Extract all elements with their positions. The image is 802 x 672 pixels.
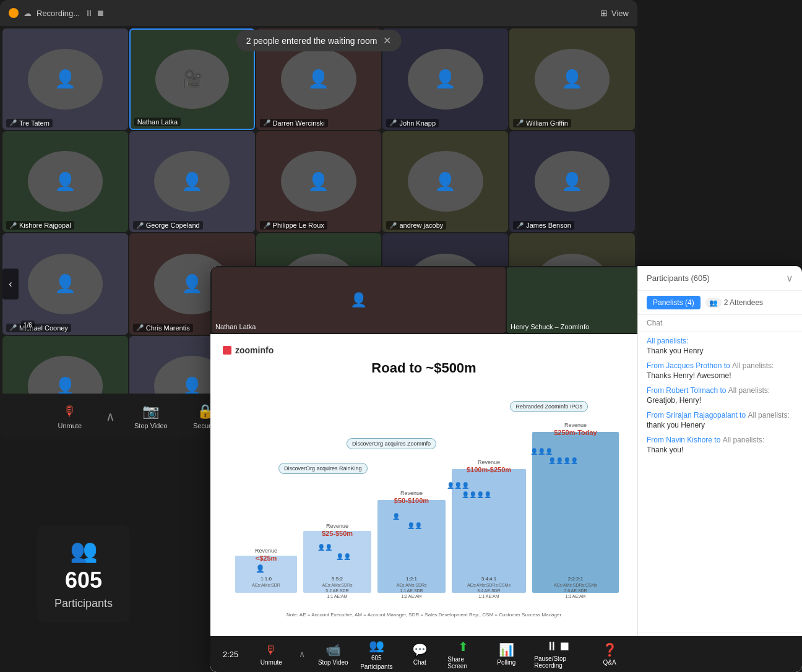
svg-text:5:2 AE:SDR: 5:2 AE:SDR — [326, 588, 348, 593]
recording-indicator — [9, 8, 19, 18]
pres-camera-icon: 📹 — [326, 642, 341, 657]
view-label[interactable]: View — [611, 9, 629, 18]
zoominfo-logo-dot — [223, 346, 231, 355]
pres-qa-label: Q&A — [603, 659, 616, 666]
chat-message-2: From Robert Tolmach to All panelists: Gr… — [647, 386, 793, 405]
panelists-btn[interactable]: Panelists (4) — [647, 296, 701, 309]
svg-text:3:4:4:1: 3:4:4:1 — [481, 576, 497, 582]
chat-messages-container: All panelists: Thank you Henry From Jacq… — [638, 332, 802, 632]
camera-icon: 📷 — [142, 403, 159, 420]
tile-label-william-griffin: 🎤 William Griffin — [513, 119, 571, 127]
video-tile-john-knapp: 👤 🎤 John Knapp — [382, 28, 508, 130]
pres-stop-video-btn[interactable]: 📹 Stop Video — [317, 642, 348, 666]
svg-text:AEs:AMs:SDRs: AEs:AMs:SDRs — [322, 583, 353, 587]
pres-unmute-label: Unmute — [261, 659, 282, 666]
tile-label-michael-cooney: 🎤 Michael Cooney — [6, 324, 71, 332]
tile-label-george-copeland: 🎤 George Copeland — [133, 221, 203, 230]
pres-chat-label: Chat — [413, 659, 426, 666]
stop-video-button[interactable]: 📷 Stop Video — [132, 403, 170, 429]
svg-text:2:2:2:1: 2:2:2:1 — [568, 576, 584, 582]
mute-icon-chris-marentis: 🎤 — [136, 324, 144, 331]
recording-controls[interactable]: ⏸ ⏹ — [85, 8, 105, 18]
svg-text:👤👤👤: 👤👤👤 — [447, 481, 470, 489]
staircase-chart: Revenue <$25m Revenue $25-$50m Revenue $… — [229, 395, 631, 605]
chat-message-4: From Navin Kishore to All panelists: Tha… — [647, 436, 793, 454]
svg-text:$50-$100m: $50-$100m — [394, 497, 429, 504]
tile-label-james-benson: 🎤 James Benson — [513, 221, 574, 230]
mute-icon-james-benson: 🎤 — [516, 222, 524, 229]
chat-from-4: From Navin Kishore to All panelists: — [647, 436, 793, 444]
svg-text:1:1 AE:AM: 1:1 AE:AM — [478, 594, 499, 598]
slide-logo-text: zoominfo — [235, 345, 274, 355]
avatar-william-griffin: 👤 — [535, 49, 610, 110]
pres-share-screen-label: Share Screen — [447, 656, 478, 670]
grid-view-icon[interactable]: ⊞ — [600, 8, 608, 18]
video-tile-andrew-jacoby: 👤 🎤 andrew jacoby — [382, 131, 508, 233]
svg-text:AEs:AMs:SDRs:CSMs: AEs:AMs:SDRs:CSMs — [467, 583, 511, 587]
mute-icon-tre-tatem: 🎤 — [9, 119, 17, 126]
mute-icon-john-knapp: 🎤 — [389, 119, 397, 126]
panel-collapse-btn[interactable]: ∨ — [786, 272, 793, 284]
chat-panel: Participants (605) ∨ Panelists (4) 👥 2 A… — [637, 266, 802, 672]
svg-text:👤👤👤: 👤👤👤 — [530, 447, 553, 455]
pres-participants-count: 605 — [371, 655, 382, 661]
chat-text-1: Thanks Henry! Awesome! — [647, 371, 793, 380]
pres-polling-btn[interactable]: 📊 Polling — [491, 642, 522, 666]
top-bar-right: ⊞ View — [600, 8, 629, 18]
participants-number: 605 — [65, 567, 102, 593]
svg-text:Revenue: Revenue — [400, 490, 423, 496]
avatar-darren-wercinski: 👤 — [281, 49, 356, 110]
svg-text:5:5:2: 5:5:2 — [332, 576, 343, 582]
svg-text:1:2 AE:AM: 1:2 AE:AM — [401, 594, 421, 598]
pres-chat-btn[interactable]: 💬 Chat — [404, 642, 435, 666]
attendees-btn[interactable]: 👥 2 Attendees — [705, 298, 763, 308]
svg-text:1:1 AE:AM: 1:1 AE:AM — [327, 594, 347, 598]
video-tile-michael-cooney: ‹ 👤 🎤 Michael Cooney 1/6 — [2, 233, 128, 335]
avatar-tre-tatem: 👤 — [28, 49, 103, 110]
pres-qa-btn[interactable]: ❓ Q&A — [594, 642, 625, 666]
speaker-tile-nathan-latka: 👤 Nathan Latka — [212, 267, 506, 333]
svg-text:👤👤👤👤: 👤👤👤👤 — [462, 491, 492, 499]
tile-label-john-knapp: 🎤 John Knapp — [386, 119, 439, 127]
svg-text:👤👤: 👤👤 — [336, 553, 351, 561]
chat-message-3: From Srirajan Rajagopalant to All paneli… — [647, 411, 793, 429]
svg-text:$100m-$250m: $100m-$250m — [467, 466, 511, 473]
pause-recording-btn[interactable]: ⏸ — [85, 8, 93, 18]
stop-recording-btn[interactable]: ⏹ — [96, 8, 105, 18]
mute-icon-andrew-jacoby: 🎤 — [389, 222, 397, 229]
chat-message-0: All panelists: Thank you Henry — [647, 337, 793, 355]
pres-record-icon: ⏸⏹ — [546, 639, 571, 653]
notification-close-btn[interactable]: ✕ — [383, 35, 391, 46]
tile-label-tre-tatem: 🎤 Tre Tatem — [6, 119, 53, 127]
panelists-row: Panelists (4) 👥 2 Attendees — [638, 291, 802, 315]
pres-stop-video-label: Stop Video — [318, 659, 348, 666]
chart-note: Note: AE = Account Executive, AM = Accou… — [223, 612, 625, 618]
pres-share-screen-btn[interactable]: ⬆ Share Screen — [447, 639, 478, 670]
carousel-left-btn[interactable]: ‹ — [2, 269, 19, 299]
svg-text:👤👤: 👤👤 — [317, 543, 333, 551]
unmute-button[interactable]: 🎙 Unmute — [51, 403, 88, 429]
video-tile-tre-tatem: 👤 🎤 Tre Tatem — [2, 28, 128, 130]
pres-participants-btn[interactable]: 👥 605 Participants — [361, 638, 392, 670]
svg-text:👤: 👤 — [392, 512, 400, 520]
svg-text:7:6 AE:SDR: 7:6 AE:SDR — [564, 588, 587, 593]
presentation-window: 👤 Nathan Latka 👤 Henry Schuck – ZoomInfo… — [210, 266, 802, 672]
svg-text:1:2:1: 1:2:1 — [406, 576, 417, 582]
mute-icon-george-copeland: 🎤 — [136, 222, 144, 229]
svg-text:👤👤👤👤: 👤👤👤👤 — [548, 457, 579, 465]
page-indicator-left: 1/6 — [21, 321, 35, 330]
pres-pause-stop-btn[interactable]: ⏸⏹ Pause/Stop Recording — [534, 639, 582, 669]
chat-section-tab: Chat — [638, 315, 802, 332]
pres-unmute-btn[interactable]: 🎙 Unmute — [256, 643, 287, 666]
slide-area: zoominfo Road to ~$500m DiscoverOrg acqu… — [210, 335, 637, 672]
stop-video-label: Stop Video — [134, 422, 168, 429]
waiting-room-notification[interactable]: 2 people entered the waiting room ✕ — [236, 30, 402, 51]
svg-text:3:4 AE:SDR: 3:4 AE:SDR — [477, 588, 500, 593]
avatar-philippe: 👤 — [281, 151, 356, 212]
unmute-label: Unmute — [58, 422, 82, 429]
video-tile-james-benson: 👤 🎤 James Benson — [509, 131, 635, 233]
speaker-label-nathan-latka: Nathan Latka — [215, 323, 256, 330]
participants-count-label: Participants (605) — [647, 274, 710, 283]
chat-text-4: Thank you! — [647, 446, 793, 454]
chat-panel-header: Participants (605) ∨ — [638, 266, 802, 291]
